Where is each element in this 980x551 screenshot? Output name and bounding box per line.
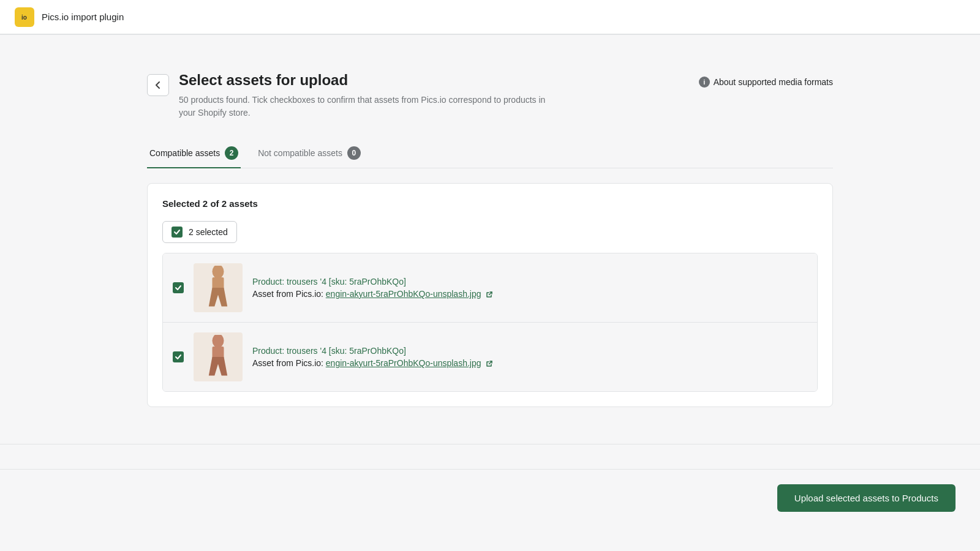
asset-thumbnail-1	[194, 263, 243, 312]
svg-rect-5	[213, 347, 224, 358]
asset-link-1[interactable]: engin-akyurt-5raPrOhbKQo-unsplash.jpg	[326, 289, 481, 299]
tab-not-compatible-label: Not compatible assets	[258, 148, 342, 158]
select-all-button[interactable]: 2 selected	[162, 221, 237, 243]
back-button[interactable]	[147, 74, 169, 96]
page-header-left: Select assets for upload 50 products fou…	[147, 72, 559, 119]
svg-text:io: io	[21, 14, 27, 21]
asset-list: Product: trousers '4 [sku: 5raPrOhbKQo] …	[162, 253, 818, 392]
asset-thumbnail-2	[194, 332, 243, 381]
upload-button[interactable]: Upload selected assets to Products	[777, 484, 956, 512]
info-icon: i	[699, 77, 710, 88]
external-link-icon-1	[486, 291, 493, 298]
card-title: Selected 2 of 2 assets	[162, 198, 818, 209]
assets-card: Selected 2 of 2 assets 2 selected	[147, 183, 833, 407]
about-link-label: About supported media formats	[714, 77, 833, 87]
asset-label-2: Asset from Pics.io: engin-akyurt-5raPrOh…	[252, 358, 807, 368]
app-logo: io	[15, 7, 34, 27]
table-row: Product: trousers '4 [sku: 5raPrOhbKQo] …	[163, 323, 817, 391]
asset-link-2[interactable]: engin-akyurt-5raPrOhbKQo-unsplash.jpg	[326, 358, 481, 368]
tab-compatible-label: Compatible assets	[149, 148, 220, 158]
page-description: 50 products found. Tick checkboxes to co…	[179, 94, 559, 119]
asset-prefix-2: Asset from Pics.io:	[252, 358, 326, 368]
tab-not-compatible-badge: 0	[347, 146, 361, 160]
tab-compatible[interactable]: Compatible assets 2	[147, 139, 241, 168]
product-name-2: trousers '4	[287, 346, 329, 356]
app-title: Pics.io import plugin	[42, 12, 124, 22]
product-sku-2: [sku: 5raPrOhbKQo]	[329, 346, 406, 356]
product-label-1: Product: trousers '4 [sku: 5raPrOhbKQo]	[252, 277, 807, 287]
asset-checkbox-2[interactable]	[173, 351, 184, 362]
app-header: io Pics.io import plugin	[0, 0, 980, 34]
select-all-label: 2 selected	[189, 227, 228, 237]
asset-prefix-1: Asset from Pics.io:	[252, 289, 326, 299]
tabs-container: Compatible assets 2 Not compatible asset…	[147, 139, 833, 168]
svg-rect-3	[213, 277, 224, 289]
page-header-text: Select assets for upload 50 products fou…	[179, 72, 559, 119]
select-all-row: 2 selected	[162, 221, 818, 243]
product-sku-1: [sku: 5raPrOhbKQo]	[329, 277, 406, 287]
asset-info-1: Product: trousers '4 [sku: 5raPrOhbKQo] …	[252, 277, 807, 299]
product-name-1: trousers '4	[287, 277, 329, 287]
asset-checkbox-1[interactable]	[173, 282, 184, 293]
page-footer: Upload selected assets to Products	[0, 469, 980, 527]
svg-point-4	[213, 335, 224, 348]
tab-compatible-badge: 2	[225, 146, 238, 160]
page-header: Select assets for upload 50 products fou…	[147, 72, 833, 119]
asset-info-2: Product: trousers '4 [sku: 5raPrOhbKQo] …	[252, 346, 807, 368]
about-link[interactable]: i About supported media formats	[699, 72, 833, 88]
page-title: Select assets for upload	[179, 72, 559, 89]
product-label-2: Product: trousers '4 [sku: 5raPrOhbKQo]	[252, 346, 807, 356]
asset-label-1: Asset from Pics.io: engin-akyurt-5raPrOh…	[252, 289, 807, 299]
product-prefix-2: Product:	[252, 346, 287, 356]
product-prefix-1: Product:	[252, 277, 287, 287]
tab-not-compatible[interactable]: Not compatible assets 0	[255, 139, 363, 168]
select-all-checkbox	[172, 227, 183, 238]
main-content: Select assets for upload 50 products fou…	[123, 35, 858, 432]
external-link-icon-2	[486, 360, 493, 367]
table-row: Product: trousers '4 [sku: 5raPrOhbKQo] …	[163, 253, 817, 323]
svg-point-2	[213, 266, 224, 279]
